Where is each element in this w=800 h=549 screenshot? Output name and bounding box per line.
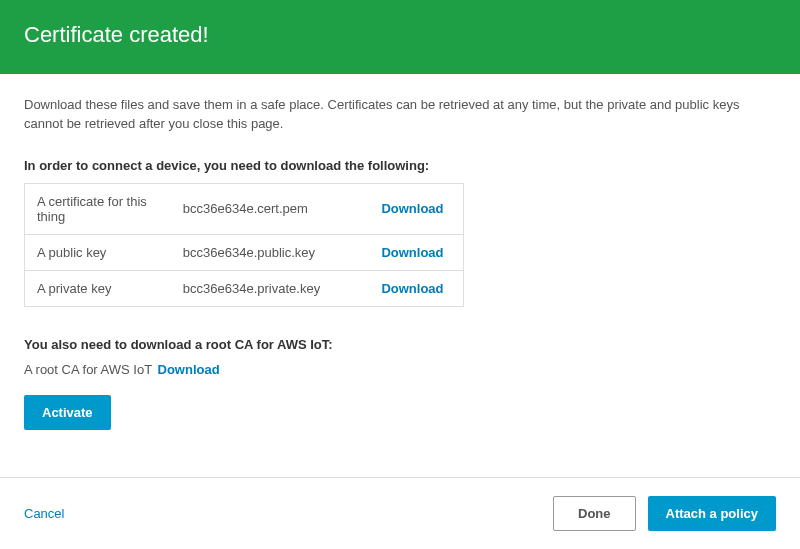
header-banner: Certificate created! [0, 0, 800, 74]
download-link-public-key[interactable]: Download [381, 245, 443, 260]
cert-label: A certificate for this thing [25, 183, 171, 234]
download-link-root-ca[interactable]: Download [158, 362, 220, 377]
cert-filename: bcc36e634e.cert.pem [171, 183, 370, 234]
downloads-heading: In order to connect a device, you need t… [24, 158, 776, 173]
root-ca-label: A root CA for AWS IoT [24, 362, 152, 377]
footer-actions: Done Attach a policy [553, 496, 776, 531]
downloads-table: A certificate for this thing bcc36e634e.… [24, 183, 464, 307]
table-row: A public key bcc36e634e.public.key Downl… [25, 234, 464, 270]
download-link-certificate[interactable]: Download [381, 201, 443, 216]
table-row: A private key bcc36e634e.private.key Dow… [25, 270, 464, 306]
public-key-label: A public key [25, 234, 171, 270]
activate-button[interactable]: Activate [24, 395, 111, 430]
root-ca-line: A root CA for AWS IoT Download [24, 362, 776, 377]
download-link-private-key[interactable]: Download [381, 281, 443, 296]
attach-policy-button[interactable]: Attach a policy [648, 496, 776, 531]
done-button[interactable]: Done [553, 496, 636, 531]
table-row: A certificate for this thing bcc36e634e.… [25, 183, 464, 234]
root-ca-heading: You also need to download a root CA for … [24, 337, 776, 352]
private-key-label: A private key [25, 270, 171, 306]
page-title: Certificate created! [24, 22, 776, 48]
private-key-filename: bcc36e634e.private.key [171, 270, 370, 306]
main-content: Download these files and save them in a … [0, 74, 800, 477]
intro-text: Download these files and save them in a … [24, 96, 776, 134]
public-key-filename: bcc36e634e.public.key [171, 234, 370, 270]
footer-bar: Cancel Done Attach a policy [0, 477, 800, 549]
cancel-link[interactable]: Cancel [24, 506, 64, 521]
